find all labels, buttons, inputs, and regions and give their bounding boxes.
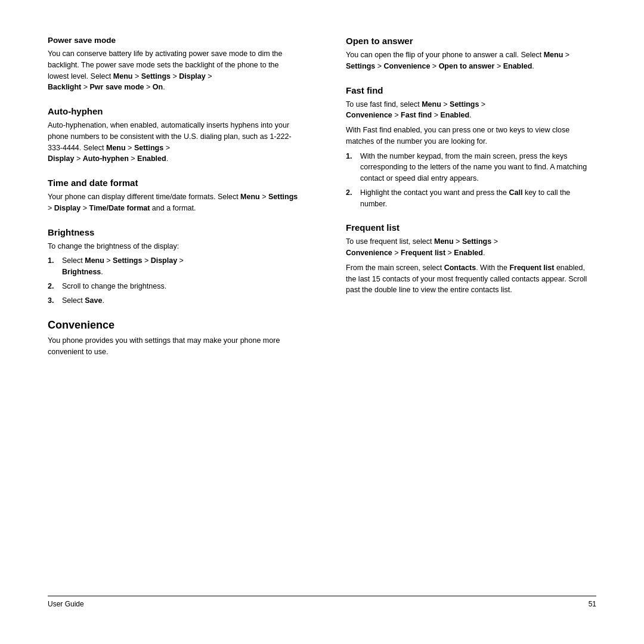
fast-find-description: With Fast find enabled, you can press on…	[346, 125, 596, 147]
brightness-step-2-num: 2.	[48, 281, 57, 292]
right-column: Open to answer You can open the flip of …	[334, 36, 596, 596]
auto-hyphen-title: Auto-hyphen	[48, 106, 298, 116]
section-auto-hyphen: Auto-hyphen Auto-hyphenation, when enabl…	[48, 106, 298, 165]
time-date-title: Time and date format	[48, 178, 298, 188]
section-open-to-answer: Open to answer You can open the flip of …	[346, 36, 596, 72]
brightness-intro: To change the brightness of the display:	[48, 241, 298, 252]
fast-find-step-1: 1. With the number keypad, from the main…	[346, 151, 596, 184]
section-time-date: Time and date format Your phone can disp…	[48, 178, 298, 214]
page: Power save mode You can conserve battery…	[0, 0, 644, 644]
fast-find-step-2-text: Highlight the contact you want and press…	[360, 187, 596, 210]
frequent-list-intro: To use frequent list, select Menu > Sett…	[346, 236, 596, 259]
convenience-body: You phone provides you with settings tha…	[48, 335, 298, 358]
power-save-mode-title: Power save mode	[48, 36, 298, 45]
brightness-step-3-num: 3.	[48, 295, 57, 306]
section-brightness: Brightness To change the brightness of t…	[48, 227, 298, 306]
brightness-step-2-text: Scroll to change the brightness.	[62, 281, 166, 292]
footer: User Guide 51	[48, 596, 596, 608]
content-area: Power save mode You can conserve battery…	[48, 36, 596, 596]
open-to-answer-body: You can open the flip of your phone to a…	[346, 49, 596, 72]
section-fast-find: Fast find To use fast find, select Menu …	[346, 85, 596, 210]
brightness-step-1: 1. Select Menu > Settings > Display >Bri…	[48, 255, 298, 278]
footer-left: User Guide	[48, 600, 84, 608]
brightness-title: Brightness	[48, 227, 298, 237]
fast-find-list: 1. With the number keypad, from the main…	[346, 151, 596, 210]
footer-right: 51	[589, 600, 596, 608]
brightness-step-1-text: Select Menu > Settings > Display >Bright…	[62, 255, 184, 278]
fast-find-title: Fast find	[346, 85, 596, 95]
fast-find-intro: To use fast find, select Menu > Settings…	[346, 99, 596, 122]
section-frequent-list: Frequent list To use frequent list, sele…	[346, 222, 596, 296]
convenience-title: Convenience	[48, 319, 298, 332]
fast-find-step-2-num: 2.	[346, 187, 355, 199]
brightness-list: 1. Select Menu > Settings > Display >Bri…	[48, 255, 298, 306]
left-column: Power save mode You can conserve battery…	[48, 36, 310, 596]
brightness-step-2: 2. Scroll to change the brightness.	[48, 281, 298, 292]
section-power-save-mode: Power save mode You can conserve battery…	[48, 36, 298, 93]
power-save-mode-body: You can conserve battery life by activat…	[48, 48, 298, 93]
frequent-list-body: From the main screen, select Contacts. W…	[346, 262, 596, 296]
time-date-body: Your phone can display different time/da…	[48, 191, 298, 214]
fast-find-step-2: 2. Highlight the contact you want and pr…	[346, 187, 596, 210]
brightness-step-3: 3. Select Save.	[48, 295, 298, 306]
open-to-answer-title: Open to answer	[346, 36, 596, 46]
auto-hyphen-body: Auto-hyphenation, when enabled, automati…	[48, 120, 298, 165]
fast-find-step-1-num: 1.	[346, 151, 355, 162]
fast-find-step-1-text: With the number keypad, from the main sc…	[360, 151, 596, 184]
frequent-list-title: Frequent list	[346, 222, 596, 233]
brightness-step-1-num: 1.	[48, 255, 57, 267]
brightness-step-3-text: Select Save.	[62, 295, 104, 306]
section-convenience: Convenience You phone provides you with …	[48, 319, 298, 358]
